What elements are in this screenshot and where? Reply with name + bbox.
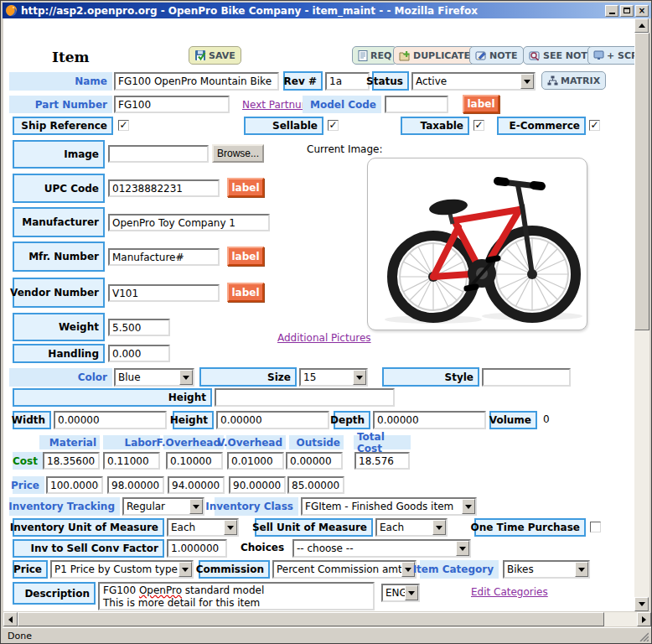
- cost-labor-input[interactable]: [103, 452, 160, 470]
- model-code-label-button[interactable]: label: [463, 95, 499, 113]
- scroll-left-button[interactable]: [3, 612, 18, 626]
- chevron-down-icon[interactable]: [520, 74, 534, 89]
- upc-code-label: UPC Code: [13, 174, 105, 203]
- model-code-input[interactable]: [385, 96, 448, 113]
- duplicate-button[interactable]: DUPLICATE: [393, 46, 476, 65]
- size-label: Size: [199, 367, 297, 387]
- close-button[interactable]: ×: [635, 5, 649, 17]
- screen-icon: [593, 50, 604, 60]
- conv-factor-input[interactable]: [167, 539, 227, 558]
- price-4-input[interactable]: [229, 476, 286, 494]
- scroll-right-button[interactable]: [637, 612, 651, 626]
- price-type-select[interactable]: P1 Price by Custom type: [50, 560, 194, 579]
- matrix-button[interactable]: MATRIX: [541, 71, 606, 90]
- image-label: Image: [13, 140, 105, 169]
- chevron-down-icon[interactable]: [405, 585, 418, 600]
- current-product-image: [367, 158, 587, 330]
- rev-input[interactable]: [325, 72, 370, 91]
- save-button[interactable]: SAVE: [189, 46, 241, 65]
- chevron-down-icon[interactable]: [353, 370, 366, 385]
- horizontal-scroll-thumb[interactable]: [18, 612, 604, 626]
- cost-outside-input[interactable]: [286, 452, 343, 470]
- total-cost-input[interactable]: [354, 452, 410, 470]
- ship-reference-checkbox[interactable]: [118, 120, 129, 131]
- inventory-class-select[interactable]: FGItem - Finished Goods item: [301, 497, 477, 516]
- width-input[interactable]: [54, 411, 167, 429]
- red-bike-image: [368, 158, 587, 330]
- price-2-input[interactable]: [107, 476, 164, 494]
- status-label: Status: [372, 71, 409, 91]
- manufacturer-input[interactable]: [108, 214, 270, 231]
- horizontal-scrollbar[interactable]: [3, 612, 651, 626]
- maximize-button[interactable]: [620, 5, 634, 17]
- vendor-number-input[interactable]: [108, 284, 220, 302]
- volume-value: 0: [543, 413, 550, 425]
- height-input[interactable]: [215, 388, 395, 407]
- handling-input[interactable]: [108, 345, 170, 362]
- commission-select[interactable]: Percent Commission amt: [272, 560, 417, 579]
- style-label: Style: [382, 367, 479, 387]
- browse-button[interactable]: Browse...: [212, 144, 264, 163]
- style-input[interactable]: [482, 368, 571, 387]
- resize-grip-icon[interactable]: [638, 631, 649, 641]
- depth-input[interactable]: [373, 411, 486, 429]
- mfr-label-button[interactable]: label: [227, 247, 264, 266]
- chevron-down-icon[interactable]: [432, 520, 446, 535]
- additional-pictures-link[interactable]: Additional Pictures: [277, 332, 371, 344]
- choices-select[interactable]: -- choose --: [292, 539, 471, 558]
- image-input[interactable]: [108, 145, 209, 163]
- chevron-down-icon[interactable]: [224, 520, 237, 535]
- size-select[interactable]: 15: [299, 368, 368, 387]
- color-select[interactable]: Blue: [114, 368, 194, 387]
- cost-material-input[interactable]: [43, 452, 100, 470]
- sell-uom-select[interactable]: Each: [375, 518, 448, 537]
- vendor-label-button[interactable]: label: [227, 283, 264, 302]
- duplicate-folder-icon: [399, 50, 411, 61]
- add-screen-button[interactable]: + SCREEN: [587, 46, 636, 65]
- part-number-input[interactable]: [114, 96, 230, 113]
- item-category-select[interactable]: Bikes: [503, 560, 590, 579]
- col-header-voverhead: V.Overhead: [226, 435, 286, 449]
- next-partnum-link[interactable]: Next Partnum: [242, 99, 311, 111]
- status-select[interactable]: Active: [411, 72, 536, 91]
- manufacturer-label: Manufacturer: [13, 207, 105, 237]
- price-5-input[interactable]: [287, 476, 344, 494]
- chevron-down-icon[interactable]: [179, 562, 192, 577]
- inventory-tracking-select[interactable]: Regular: [122, 497, 204, 516]
- vertical-scroll-thumb[interactable]: [634, 33, 649, 330]
- name-input[interactable]: [114, 72, 279, 91]
- upc-code-input[interactable]: [108, 179, 220, 197]
- cost-foverhead-input[interactable]: [166, 452, 223, 470]
- price-1-input[interactable]: [46, 476, 103, 494]
- language-select[interactable]: ENG: [381, 584, 420, 602]
- col-header-total-cost: Total Cost: [354, 435, 411, 449]
- chevron-down-icon[interactable]: [179, 370, 193, 385]
- title-bar[interactable]: http://asp2.openpro.org - OpenPro Bike C…: [3, 3, 651, 18]
- weight-input[interactable]: [108, 319, 170, 336]
- chevron-down-icon[interactable]: [575, 562, 588, 577]
- chevron-down-icon[interactable]: [456, 541, 469, 556]
- ecommerce-checkbox[interactable]: [589, 120, 600, 131]
- taxable-checkbox[interactable]: [473, 120, 484, 131]
- ecommerce-label: E-Commerce: [497, 117, 586, 135]
- mfr-number-input[interactable]: [108, 248, 220, 266]
- one-time-purchase-checkbox[interactable]: [590, 522, 601, 532]
- inventory-uom-select[interactable]: Each: [167, 518, 239, 537]
- minimize-button[interactable]: [605, 5, 618, 17]
- sellable-checkbox[interactable]: [328, 120, 339, 131]
- chevron-down-icon[interactable]: [189, 499, 203, 514]
- scroll-down-button[interactable]: [634, 597, 649, 611]
- height2-input[interactable]: [216, 411, 329, 429]
- edit-categories-link[interactable]: Edit Categories: [471, 586, 548, 598]
- chevron-down-icon[interactable]: [462, 499, 475, 514]
- see-note-icon: [529, 50, 541, 61]
- req-button[interactable]: REQ: [352, 46, 397, 65]
- description-textarea[interactable]: FG100 OpenPro standard model This is mor…: [98, 582, 375, 610]
- note-button[interactable]: NOTE: [469, 46, 524, 65]
- price-3-input[interactable]: [168, 476, 225, 494]
- vertical-scrollbar[interactable]: [634, 18, 649, 611]
- width-label: Width: [13, 411, 51, 429]
- cost-voverhead-input[interactable]: [227, 452, 284, 470]
- scroll-up-button[interactable]: [634, 18, 649, 33]
- upc-label-button[interactable]: label: [227, 178, 264, 197]
